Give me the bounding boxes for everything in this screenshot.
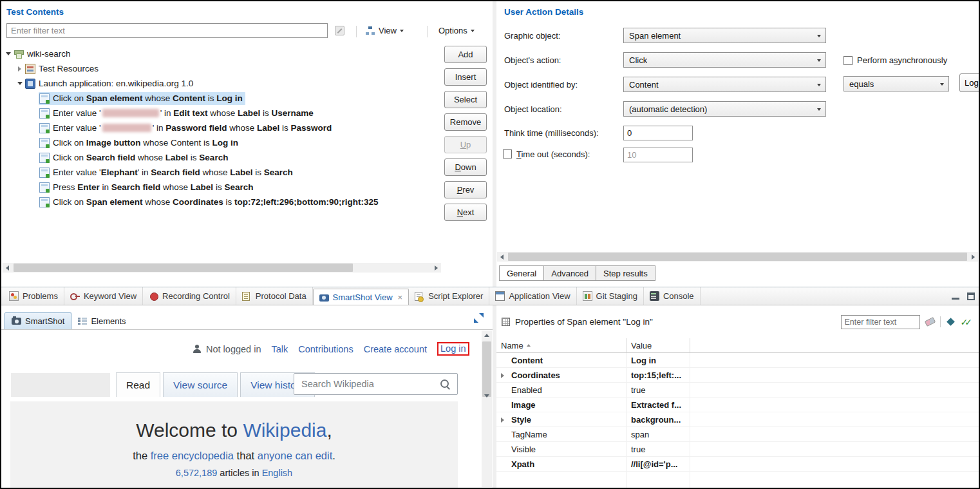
smartshot-screenshot[interactable]: Not logged inTalkContributionsCreate acc…	[1, 331, 482, 488]
tab-git-staging[interactable]: Git Staging	[577, 287, 644, 305]
scroll-right-icon[interactable]	[968, 252, 978, 262]
scroll-left-icon[interactable]	[497, 252, 507, 262]
minimize-icon[interactable]	[952, 292, 959, 300]
talk-link[interactable]: Talk	[271, 344, 288, 354]
tree-step[interactable]: Click on Span element whose Content is L…	[3, 91, 440, 106]
tree-step[interactable]: Click on Span element whose Coordinates …	[3, 195, 440, 209]
step-icon	[39, 108, 50, 119]
scroll-right-icon[interactable]	[431, 263, 441, 273]
object-identified-by-label: Object identified by:	[504, 80, 578, 90]
tree-step[interactable]: Click on Image button whose Content is L…	[3, 135, 440, 150]
tab-elements[interactable]: Elements	[71, 312, 132, 329]
down-button[interactable]: Down	[444, 158, 487, 176]
wiki-tab-view-source[interactable]: View source	[163, 372, 238, 397]
match-operator-select[interactable]: equals	[843, 76, 949, 91]
log-in-link[interactable]: Log in	[437, 342, 469, 356]
diamond-icon[interactable]	[947, 318, 955, 326]
anyone-can-edit-link[interactable]: anyone can edit	[258, 450, 333, 461]
close-icon[interactable]: ×	[398, 293, 403, 302]
collapse-icon[interactable]	[14, 76, 25, 91]
script-icon	[415, 292, 422, 301]
tab-application-view[interactable]: Application View	[489, 287, 576, 305]
vertical-scrollbar[interactable]	[482, 331, 492, 487]
horizontal-scrollbar[interactable]	[497, 252, 978, 262]
property-row[interactable]: Coordinatestop:15;left:...	[496, 368, 979, 383]
next-button[interactable]: Next	[444, 204, 487, 221]
tab-script-explorer[interactable]: Script Explorer	[409, 287, 489, 305]
create-account-link[interactable]: Create account	[364, 344, 427, 354]
wiki-search-box[interactable]: Search Wikipedia	[294, 373, 458, 395]
tab-keyword-view[interactable]: Keyword View	[64, 287, 143, 305]
options-menu-button[interactable]: Options	[438, 26, 475, 35]
view-menu-button[interactable]: View	[365, 26, 404, 35]
double-checkmark-icon[interactable]: ✓✓	[961, 317, 972, 327]
property-row[interactable]: Xpath//li[@id='p...	[496, 457, 979, 472]
scrollbar-thumb[interactable]	[508, 253, 967, 261]
tab-smartshot-view[interactable]: SmartShot View×	[313, 289, 410, 305]
property-row[interactable]: Enabledtrue	[496, 383, 979, 398]
object-identified-by-select[interactable]: Content	[623, 77, 826, 92]
log-button[interactable]: Log	[959, 73, 979, 92]
tab-label: Application View	[509, 291, 570, 301]
graphic-object-select[interactable]: Span element	[623, 28, 826, 43]
expand-icon[interactable]	[501, 417, 504, 423]
perform-async-option[interactable]: Perform asynchronously	[843, 55, 947, 65]
tree-step[interactable]: Click on Search field whose Label is Sea…	[3, 150, 440, 165]
tab-recording-control[interactable]: Recording Control	[143, 287, 236, 305]
timeout-input[interactable]	[623, 148, 693, 162]
filter-input[interactable]	[6, 23, 328, 38]
scroll-left-icon[interactable]	[3, 263, 12, 273]
expand-icon[interactable]	[501, 373, 504, 378]
property-row[interactable]: ImageExtracted f...	[496, 398, 979, 412]
property-row[interactable]: TagNamespan	[496, 427, 979, 442]
collapse-icon[interactable]	[3, 46, 14, 61]
property-row[interactable]: ContentLog in	[496, 353, 979, 368]
english-link[interactable]: English	[262, 468, 293, 478]
up-button[interactable]: Up	[444, 136, 487, 153]
erase-filter-icon[interactable]	[924, 317, 935, 327]
perform-async-checkbox[interactable]	[843, 56, 853, 65]
tree-node-launch-application[interactable]: Launch application: en.wikipedia.org 1.0	[3, 76, 440, 91]
add-button[interactable]: Add	[444, 46, 487, 63]
property-row[interactable]: Visibletrue	[496, 442, 979, 457]
property-row[interactable]: Stylebackgroun...	[496, 412, 979, 427]
think-time-input[interactable]	[623, 126, 693, 140]
clear-filter-icon[interactable]	[335, 26, 344, 35]
free-encyclopedia-link[interactable]: free encyclopedia	[151, 450, 234, 461]
6-572-189-link[interactable]: 6,572,189	[176, 468, 218, 478]
column-header-value[interactable]: Value	[627, 338, 690, 352]
tree-step[interactable]: Enter value '' in Password field whose L…	[3, 120, 440, 135]
insert-button[interactable]: Insert	[444, 68, 487, 86]
tree-node-root[interactable]: wiki-search	[3, 46, 440, 61]
scroll-down-icon[interactable]	[482, 305, 491, 487]
wiki-tab-read[interactable]: Read	[116, 372, 160, 397]
timeout-checkbox[interactable]	[503, 149, 512, 158]
property-name: Content	[511, 356, 543, 365]
tab-protocol-data[interactable]: Protocol Data	[236, 287, 313, 305]
scrollbar-thumb[interactable]	[14, 264, 353, 272]
properties-filter-input[interactable]	[841, 315, 920, 329]
tab-general[interactable]: General	[499, 265, 544, 281]
wikipedia-link[interactable]: Wikipedia	[243, 419, 326, 441]
selected-value: Click	[629, 55, 647, 65]
tree-step[interactable]: Enter value 'Elephant' in Search field w…	[3, 165, 440, 180]
tab-console[interactable]: Console	[644, 287, 701, 305]
text-run: ,	[326, 419, 332, 441]
tree-node-test-resources[interactable]: Test Resources	[3, 61, 440, 76]
expand-icon[interactable]	[14, 61, 25, 76]
tab-advanced[interactable]: Advanced	[543, 265, 596, 281]
object-s-action-select[interactable]: Click	[623, 52, 826, 68]
tab-problems[interactable]: Problems	[3, 287, 64, 305]
select-button[interactable]: Select	[444, 91, 487, 108]
tree-step[interactable]: Enter value '' in Edit text whose Label …	[3, 106, 440, 120]
contributions-link[interactable]: Contributions	[298, 344, 353, 354]
object-location-select[interactable]: (automatic detection)	[623, 101, 826, 117]
column-header-name[interactable]: Name	[496, 338, 627, 352]
horizontal-scrollbar[interactable]	[3, 263, 441, 273]
remove-button[interactable]: Remove	[444, 113, 487, 131]
prev-button[interactable]: Prev	[444, 181, 487, 198]
tab-step-results[interactable]: Step results	[596, 265, 655, 281]
tab-smartshot[interactable]: SmartShot	[5, 312, 71, 329]
tree-step[interactable]: Press Enter in Search field whose Label …	[3, 180, 440, 195]
maximize-icon[interactable]	[967, 292, 975, 300]
